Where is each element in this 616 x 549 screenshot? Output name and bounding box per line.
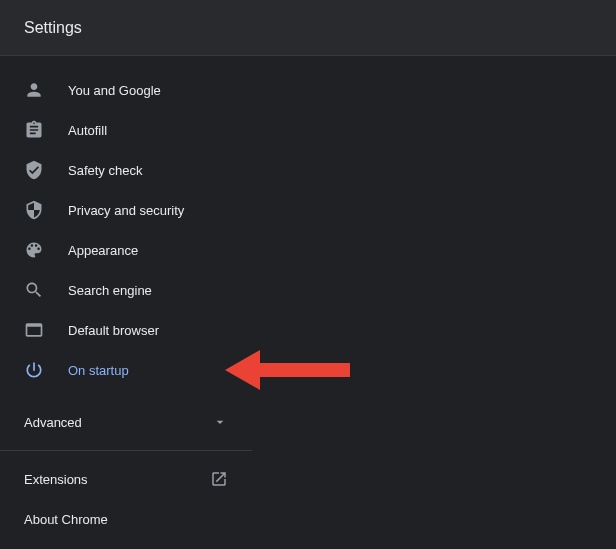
safety-icon xyxy=(24,160,44,180)
chevron-down-icon xyxy=(212,414,228,430)
settings-header: Settings xyxy=(0,0,616,56)
sidebar-advanced-toggle[interactable]: Advanced xyxy=(0,402,252,442)
search-icon xyxy=(24,280,44,300)
sidebar-item-label: Default browser xyxy=(68,323,159,338)
sidebar-divider xyxy=(0,450,252,451)
shield-icon xyxy=(24,200,44,220)
settings-sidebar: You and Google Autofill Safety check Pri… xyxy=(0,56,252,539)
sidebar-item-label: On startup xyxy=(68,363,129,378)
sidebar-item-label: Safety check xyxy=(68,163,142,178)
palette-icon xyxy=(24,240,44,260)
sidebar-item-on-startup[interactable]: On startup xyxy=(0,350,252,390)
person-icon xyxy=(24,80,44,100)
sidebar-item-autofill[interactable]: Autofill xyxy=(0,110,252,150)
sidebar-item-label: Autofill xyxy=(68,123,107,138)
sidebar-item-label: You and Google xyxy=(68,83,161,98)
external-link-icon xyxy=(210,470,228,488)
sidebar-item-about-chrome[interactable]: About Chrome xyxy=(0,499,252,539)
sidebar-item-appearance[interactable]: Appearance xyxy=(0,230,252,270)
sidebar-item-extensions[interactable]: Extensions xyxy=(0,459,252,499)
sidebar-item-safety-check[interactable]: Safety check xyxy=(0,150,252,190)
power-icon xyxy=(24,360,44,380)
advanced-label: Advanced xyxy=(24,415,82,430)
sidebar-item-label: Privacy and security xyxy=(68,203,184,218)
sidebar-item-label: Search engine xyxy=(68,283,152,298)
sidebar-item-default-browser[interactable]: Default browser xyxy=(0,310,252,350)
sidebar-item-you-and-google[interactable]: You and Google xyxy=(0,70,252,110)
browser-icon xyxy=(24,320,44,340)
sidebar-item-privacy-security[interactable]: Privacy and security xyxy=(0,190,252,230)
autofill-icon xyxy=(24,120,44,140)
about-chrome-label: About Chrome xyxy=(24,512,108,527)
sidebar-item-label: Appearance xyxy=(68,243,138,258)
sidebar-item-search-engine[interactable]: Search engine xyxy=(0,270,252,310)
page-title: Settings xyxy=(24,19,82,37)
extensions-label: Extensions xyxy=(24,472,88,487)
